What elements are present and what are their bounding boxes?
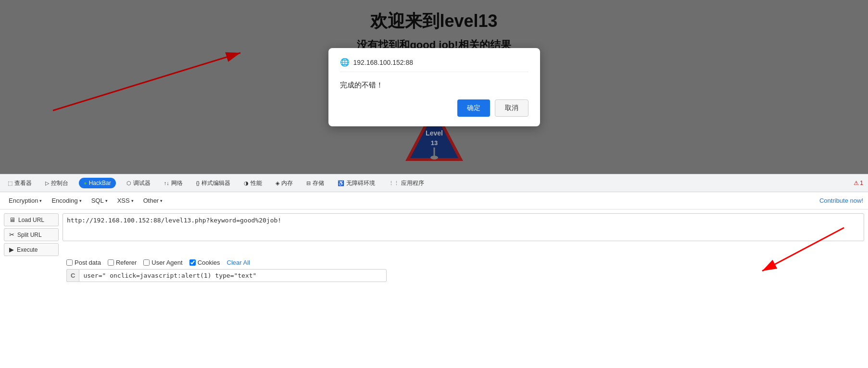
xss-dropdown[interactable]: XSS ▾ xyxy=(113,196,138,206)
devtools-tab-console[interactable]: ▷ 控制台 xyxy=(42,177,71,189)
execute-button[interactable]: ▶ Execute xyxy=(4,243,59,256)
devtools-tab-memory[interactable]: ◈ 内存 xyxy=(273,177,296,189)
devtools-tab-style-editor[interactable]: {} 样式编辑器 xyxy=(193,177,233,189)
hackbar-icon: ● xyxy=(84,180,87,186)
hackbar-url-input[interactable]: http://192.168.100.152:88/level13.php?ke… xyxy=(63,213,864,241)
referer-checkbox[interactable] xyxy=(108,259,114,266)
hackbar-main: 🖥 Load URL ✂ Split URL ▶ Execute http://… xyxy=(0,209,868,256)
user-agent-option[interactable]: User Agent xyxy=(143,259,182,266)
hackbar-url-area: http://192.168.100.152:88/level13.php?ke… xyxy=(63,213,868,256)
browser-content: 欢迎来到level13 没有找到和good job!相关的结果 Level 13… xyxy=(0,0,868,174)
other-caret: ▾ xyxy=(160,198,163,203)
cookie-input[interactable] xyxy=(79,269,387,282)
devtools-tab-application[interactable]: ⋮⋮ 应用程序 xyxy=(386,177,427,189)
post-data-checkbox[interactable] xyxy=(66,259,73,266)
hackbar-action-buttons: 🖥 Load URL ✂ Split URL ▶ Execute xyxy=(0,213,63,256)
split-url-icon: ✂ xyxy=(9,231,14,238)
encoding-caret: ▾ xyxy=(79,198,82,203)
cookies-option[interactable]: Cookies xyxy=(189,259,220,266)
hackbar-cookie-row: C xyxy=(0,266,868,286)
devtools-tab-debugger[interactable]: ⬡ 调试器 xyxy=(124,177,153,189)
sql-dropdown[interactable]: SQL ▾ xyxy=(88,196,112,206)
xss-caret: ▾ xyxy=(131,198,134,203)
execute-icon: ▶ xyxy=(9,246,14,253)
devtools-tab-performance[interactable]: ◑ 性能 xyxy=(241,177,265,189)
dialog: 🌐 192.168.100.152:88 完成的不错！ 确定 取消 xyxy=(328,48,540,126)
sql-caret: ▾ xyxy=(105,198,108,203)
hackbar-toolbar: Encryption ▾ Encoding ▾ SQL ▾ XSS ▾ Othe… xyxy=(0,192,868,209)
dialog-message: 完成的不错！ xyxy=(340,79,528,90)
encryption-dropdown[interactable]: Encryption ▾ xyxy=(5,196,46,206)
memory-icon: ◈ xyxy=(276,180,279,186)
hackbar-options-row: Post data Referer User Agent Cookies Cle… xyxy=(0,256,868,266)
application-icon: ⋮⋮ xyxy=(389,180,399,186)
contribute-link[interactable]: Contribute now! xyxy=(819,197,863,204)
other-dropdown[interactable]: Other ▾ xyxy=(139,196,167,206)
network-icon: ↑↓ xyxy=(164,180,169,186)
split-url-button[interactable]: ✂ Split URL xyxy=(4,228,59,241)
cookies-checkbox[interactable] xyxy=(189,259,196,266)
dialog-overlay: 🌐 192.168.100.152:88 完成的不错！ 确定 取消 xyxy=(0,0,868,174)
dialog-header: 🌐 192.168.100.152:88 xyxy=(340,58,528,72)
load-url-icon: 🖥 xyxy=(9,216,15,223)
globe-icon: 🌐 xyxy=(340,58,350,67)
devtools-tab-accessibility[interactable]: ♿ 无障碍环境 xyxy=(335,177,378,189)
dialog-confirm-button[interactable]: 确定 xyxy=(457,99,490,117)
devtools-tab-network[interactable]: ↑↓ 网络 xyxy=(161,177,186,189)
encryption-caret: ▾ xyxy=(39,198,42,203)
accessibility-icon: ♿ xyxy=(338,180,344,186)
cookie-label: C xyxy=(66,269,79,282)
dialog-cancel-button[interactable]: 取消 xyxy=(495,99,528,117)
dialog-url: 192.168.100.152:88 xyxy=(353,59,414,66)
post-data-option[interactable]: Post data xyxy=(66,259,101,266)
style-editor-icon: {} xyxy=(196,180,200,186)
performance-icon: ◑ xyxy=(244,180,249,186)
user-agent-checkbox[interactable] xyxy=(143,259,150,266)
devtools-error-badge: ⚠ 1 xyxy=(854,180,863,186)
debugger-icon: ⬡ xyxy=(126,180,131,186)
error-icon: ⚠ xyxy=(854,180,859,186)
devtools-bar: ⬚ 查看器 ▷ 控制台 ● HackBar ⬡ 调试器 ↑↓ 网络 {} 样式编… xyxy=(0,174,868,192)
dialog-buttons: 确定 取消 xyxy=(340,99,528,117)
encoding-dropdown[interactable]: Encoding ▾ xyxy=(48,196,85,206)
inspect-icon: ⬚ xyxy=(8,180,13,186)
devtools-tab-storage[interactable]: ⊟ 存储 xyxy=(303,177,327,189)
devtools-tab-inspect[interactable]: ⬚ 查看器 xyxy=(5,177,35,189)
devtools-tab-hackbar[interactable]: ● HackBar xyxy=(79,178,116,188)
storage-icon: ⊟ xyxy=(306,180,311,186)
console-icon: ▷ xyxy=(45,180,49,186)
load-url-button[interactable]: 🖥 Load URL xyxy=(4,213,59,226)
referer-option[interactable]: Referer xyxy=(108,259,137,266)
clear-all-link[interactable]: Clear All xyxy=(227,259,250,266)
